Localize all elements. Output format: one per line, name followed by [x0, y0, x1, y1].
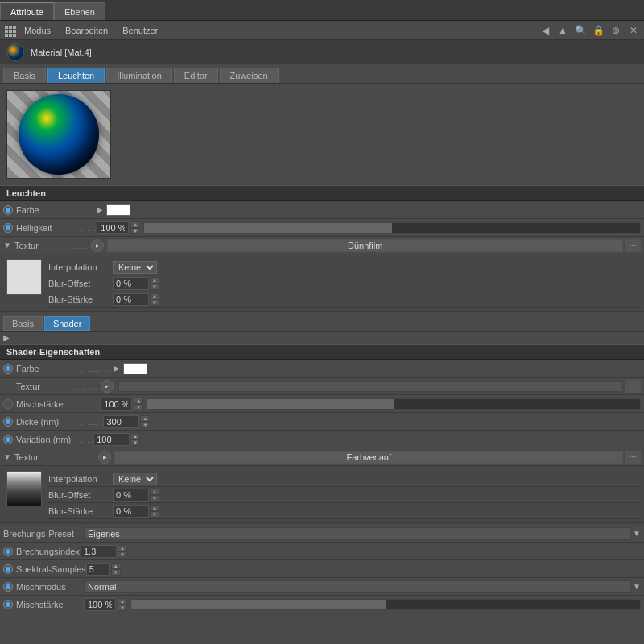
shader-farbe-arrow[interactable]: ▶: [114, 364, 120, 373]
tab-editor[interactable]: Editor: [174, 68, 218, 83]
textur2-shader-btn[interactable]: [98, 451, 111, 464]
spektral-samples-stepper[interactable]: ▲ ▼: [86, 563, 121, 576]
mischmodus-select[interactable]: Normal: [84, 580, 631, 593]
mischstarke-row: Mischstärke ...... ▲ ▼: [0, 395, 644, 413]
blur-offset-input[interactable]: [113, 277, 149, 290]
blur-starke-up[interactable]: ▲: [150, 293, 159, 299]
brechungsindex-stepper[interactable]: ▲ ▼: [80, 545, 127, 558]
menu-bearbeiten[interactable]: Bearbeiten: [59, 24, 114, 37]
farbe-row: Farbe . . . ▶: [0, 201, 644, 219]
helligkeit-input[interactable]: [97, 221, 129, 234]
blur-offset2-down[interactable]: ▼: [150, 495, 159, 502]
blur-offset-up[interactable]: ▲: [150, 277, 159, 283]
dicke-down[interactable]: ▼: [140, 422, 150, 428]
tab-leuchten[interactable]: Leuchten: [47, 68, 105, 83]
menu-modus[interactable]: Modus: [18, 24, 57, 37]
mischstarke-down[interactable]: ▼: [134, 404, 143, 411]
mischstarke2-input[interactable]: [84, 598, 116, 611]
variation-radio[interactable]: [3, 435, 13, 444]
tab-illumination[interactable]: Illumination: [106, 68, 172, 83]
textur-shader-btn[interactable]: [91, 239, 104, 252]
shader-farbe-label: Farbe: [16, 364, 80, 374]
blur-offset-down[interactable]: ▼: [150, 283, 159, 290]
settings-icon[interactable]: ⊕: [609, 23, 623, 38]
spektral-samples-down[interactable]: ▼: [111, 569, 121, 576]
lock-icon[interactable]: 🔒: [591, 23, 605, 38]
mischstarke-radio[interactable]: [3, 399, 13, 409]
brechungs-preset-row: Brechungs-Preset Eigenes ▼: [0, 525, 644, 543]
helligkeit-up[interactable]: ▲: [130, 221, 140, 228]
blur-starke-input[interactable]: [113, 293, 149, 306]
back-icon[interactable]: ◀: [538, 23, 552, 38]
brechungs-preset-select[interactable]: Eigenes: [84, 527, 631, 540]
blur-starke-stepper[interactable]: ▲ ▼: [113, 293, 159, 306]
mischstarke2-down[interactable]: ▼: [118, 605, 127, 611]
textur2-more-btn[interactable]: ···: [625, 451, 641, 464]
helligkeit-stepper[interactable]: ▲ ▼: [130, 221, 140, 234]
variation-up[interactable]: ▲: [130, 433, 140, 440]
blur-starke2-up[interactable]: ▲: [150, 505, 159, 511]
mischstarke2-slider[interactable]: [130, 599, 641, 610]
textur-expand-arrow[interactable]: ▼: [3, 241, 11, 250]
farbe-radio[interactable]: [3, 205, 13, 215]
grid-icon[interactable]: [3, 24, 16, 37]
brechungsindex-radio[interactable]: [3, 547, 13, 556]
interpolation2-select[interactable]: Keine: [113, 473, 157, 485]
blur-offset-stepper[interactable]: ▲ ▼: [113, 277, 159, 290]
bs-tab-shader[interactable]: Shader: [44, 316, 90, 331]
helligkeit-slider[interactable]: [143, 222, 641, 233]
top-tab-bar: Attribute Ebenen: [0, 0, 644, 21]
interpolation-select[interactable]: Keine: [113, 261, 157, 274]
blur-offset2-up[interactable]: ▲: [150, 489, 159, 495]
dicke-radio[interactable]: [3, 417, 13, 427]
textur-more-btn[interactable]: ···: [625, 239, 641, 252]
menu-benutzer[interactable]: Benutzer: [116, 24, 164, 37]
brechungsindex-input[interactable]: [80, 545, 117, 558]
mischmodus-radio[interactable]: [3, 582, 13, 592]
spektral-samples-input[interactable]: [86, 563, 110, 576]
textur2-expand-arrow[interactable]: ▼: [3, 452, 11, 461]
search-icon[interactable]: 🔍: [573, 23, 588, 38]
blur-starke2-stepper[interactable]: ▲ ▼: [113, 505, 159, 518]
tab-attribute[interactable]: Attribute: [0, 2, 54, 20]
shader-farbe-row: Farbe ......... ▶: [0, 360, 644, 378]
blur-starke-down[interactable]: ▼: [150, 299, 159, 306]
brechungsindex-up[interactable]: ▲: [118, 545, 127, 551]
farbe-color-swatch[interactable]: [106, 204, 130, 216]
shader-farbe-radio[interactable]: [3, 364, 13, 374]
mischstarke-up[interactable]: ▲: [134, 398, 143, 404]
blur-starke2-down[interactable]: ▼: [150, 511, 159, 518]
blur-offset2-input[interactable]: [113, 489, 149, 502]
mischstarke-input[interactable]: [100, 398, 132, 411]
variation-stepper[interactable]: ▲ ▼: [93, 433, 140, 446]
bs-tab-basis[interactable]: Basis: [3, 316, 43, 331]
blur-starke2-input[interactable]: [113, 505, 149, 518]
shader-textur-btn[interactable]: [101, 380, 114, 393]
tab-ebenen[interactable]: Ebenen: [54, 2, 105, 20]
farbe-arrow[interactable]: ▶: [97, 205, 103, 214]
shader-textur-more-btn[interactable]: ···: [625, 380, 641, 393]
dicke-input[interactable]: [103, 415, 139, 428]
brechungs-preset-dropdown-arrow: ▼: [633, 529, 641, 538]
brechungsindex-label: Brechungsindex: [16, 547, 80, 556]
helligkeit-down[interactable]: ▼: [130, 228, 140, 234]
forward-icon[interactable]: ▲: [555, 23, 570, 38]
dicke-stepper[interactable]: ▲ ▼: [103, 415, 150, 428]
mischstarke2-radio[interactable]: [3, 600, 13, 609]
spektral-samples-up[interactable]: ▲: [111, 563, 121, 569]
helligkeit-radio[interactable]: [3, 223, 13, 233]
dicke-up[interactable]: ▲: [140, 415, 150, 422]
shader-farbe-dots: .........: [80, 364, 110, 374]
spektral-samples-radio[interactable]: [3, 564, 13, 574]
shader-farbe-swatch[interactable]: [123, 363, 147, 374]
mischstarke2-up[interactable]: ▲: [118, 598, 127, 605]
tab-basis[interactable]: Basis: [3, 68, 46, 83]
brechungsindex-down[interactable]: ▼: [118, 551, 127, 558]
blur-offset2-stepper[interactable]: ▲ ▼: [113, 489, 159, 502]
close-icon[interactable]: ✕: [626, 23, 641, 38]
mischstarke-slider[interactable]: [147, 398, 641, 410]
variation-down[interactable]: ▼: [130, 440, 140, 446]
variation-input[interactable]: [93, 433, 130, 446]
textur-thumb-leuchten: [6, 259, 42, 295]
tab-zuweisen[interactable]: Zuweisen: [220, 68, 279, 83]
